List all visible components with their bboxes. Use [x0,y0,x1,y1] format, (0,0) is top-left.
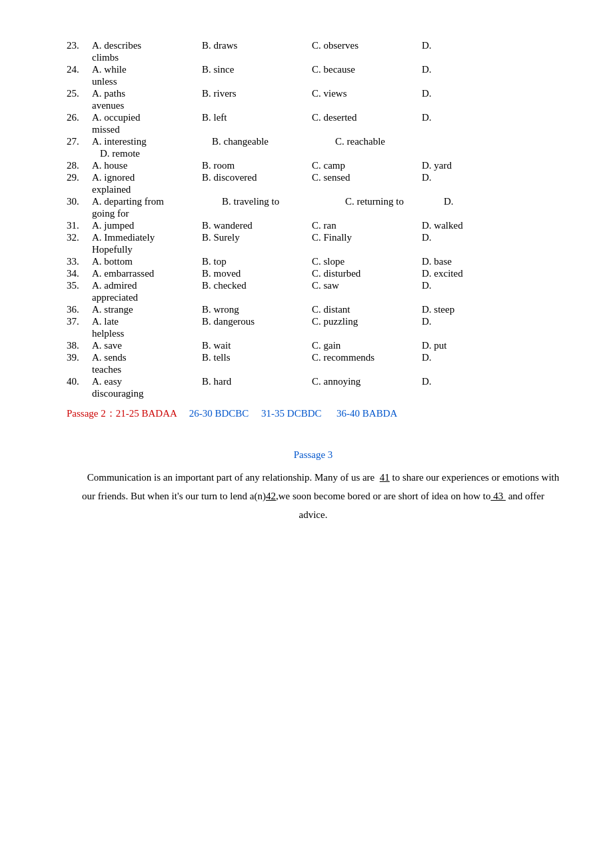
q36-optB: B. wrong [202,304,312,315]
q23-optB: B. draws [202,40,312,51]
question-32-cont: Hopefully [67,244,560,255]
q40-optB: B. hard [202,376,312,387]
question-36: 36. A. strange B. wrong C. distant D. st… [67,304,560,315]
q38-optD: D. put [422,340,532,351]
question-29: 29. A. ignored B. discovered C. sensed D… [67,172,560,183]
q23-cont: climbs [92,52,119,63]
question-37-cont: helpless [67,328,560,339]
q33-optB: B. top [202,256,312,267]
passage3-text: Communication is an important part of an… [67,469,560,524]
q37-num: 37. [67,316,92,327]
q31-num: 31. [67,220,92,231]
answer-31-35: 31-35 DCBDC [261,408,321,419]
q23-optD: D. [422,40,532,51]
q32-optB: B. Surely [202,232,312,243]
q24-optA: A. while [92,64,202,75]
question-39: 39. A. sends B. tells C. recommends D. [67,352,560,363]
question-31: 31. A. jumped B. wandered C. ran D. walk… [67,220,560,231]
q30-optD: D. [444,196,454,207]
q35-cont: appreciated [92,292,138,303]
q24-optB: B. since [202,64,312,75]
q23-optC: C. observes [312,40,422,51]
q30-cont: going for [92,208,129,219]
question-28: 28. A. house B. room C. camp D. yard [67,160,560,171]
q39-num: 39. [67,352,92,363]
q35-optB: B. checked [202,280,312,291]
q40-cont: discouraging [92,388,143,399]
q28-optD: D. yard [422,160,532,171]
q32-optA: A. Immediately [92,232,202,243]
q37-optA: A. late [92,316,202,327]
q29-cont: explained [92,184,131,195]
q29-optC: C. sensed [312,172,422,183]
q24-num: 24. [67,64,92,75]
q37-optC: C. puzzling [312,316,422,327]
q40-optA: A. easy [92,376,202,387]
question-30: 30. A. departing from B. traveling to C.… [67,196,560,207]
q24-cont: unless [92,76,117,87]
question-35-cont: appreciated [67,292,560,303]
answer-36-40: 36-40 BABDA [336,408,397,419]
q32-optD: D. [422,232,532,243]
q24-optC: C. because [312,64,422,75]
question-26-cont: missed [67,124,560,135]
q23-num: 23. [67,40,92,51]
q27-optA: A. interesting [92,136,212,147]
q37-optD: D. [422,316,532,327]
q26-cont: missed [92,124,120,135]
q36-optC: C. distant [312,304,422,315]
q26-optC: C. deserted [312,112,422,123]
q33-optD: D. base [422,256,532,267]
q29-optD: D. [422,172,532,183]
q36-num: 36. [67,304,92,315]
q39-optB: B. tells [202,352,312,363]
question-32: 32. A. Immediately B. Surely C. Finally … [67,232,560,243]
q34-optC: C. disturbed [312,268,422,279]
q30-num: 30. [67,196,92,207]
question-34: 34. A. embarrassed B. moved C. disturbed… [67,268,560,279]
q23-optA: A. describes [92,40,202,51]
q26-optA: A. occupied [92,112,202,123]
question-23: 23. A. describes B. draws C. observes D. [67,40,560,51]
question-33: 33. A. bottom B. top C. slope D. base [67,256,560,267]
q38-optC: C. gain [312,340,422,351]
question-40: 40. A. easy B. hard C. annoying D. [67,376,560,387]
q34-optB: B. moved [202,268,312,279]
q35-optD: D. [422,280,532,291]
q25-optB: B. rivers [202,88,312,99]
q37-optB: B. dangerous [202,316,312,327]
q28-optB: B. room [202,160,312,171]
q33-optC: C. slope [312,256,422,267]
blank-42: 42 [266,491,276,501]
q29-optA: A. ignored [92,172,202,183]
q38-num: 38. [67,340,92,351]
q30-optA: A. departing from [92,196,222,207]
q27-num: 27. [67,136,92,147]
question-25-cont: avenues [67,100,560,111]
q25-cont: avenues [92,100,124,111]
q39-optC: C. recommends [312,352,422,363]
q34-num: 34. [67,268,92,279]
q40-num: 40. [67,376,92,387]
q38-optB: B. wait [202,340,312,351]
q31-optD: D. walked [422,220,532,231]
q36-optD: D. steep [422,304,532,315]
q27-optC: C. reachable [335,136,385,147]
q30-optC: C. returning to [345,196,404,207]
q25-optD: D. [422,88,532,99]
q28-optC: C. camp [312,160,422,171]
q36-optA: A. strange [92,304,202,315]
passage3-title: Passage 3 [67,449,560,461]
q39-cont: teaches [92,364,121,375]
q26-num: 26. [67,112,92,123]
q37-cont: helpless [92,328,124,339]
q28-num: 28. [67,160,92,171]
question-30-cont: going for [67,208,560,219]
q27-optB: B. changeable [212,136,335,147]
blank-43: 43 [490,491,506,501]
question-29-cont: explained [67,184,560,195]
answer-26-30: 26-30 BDCBC [189,408,249,419]
q34-optA: A. embarrassed [92,268,202,279]
question-26: 26. A. occupied B. left C. deserted D. [67,112,560,123]
question-23-cont: climbs [67,52,560,63]
